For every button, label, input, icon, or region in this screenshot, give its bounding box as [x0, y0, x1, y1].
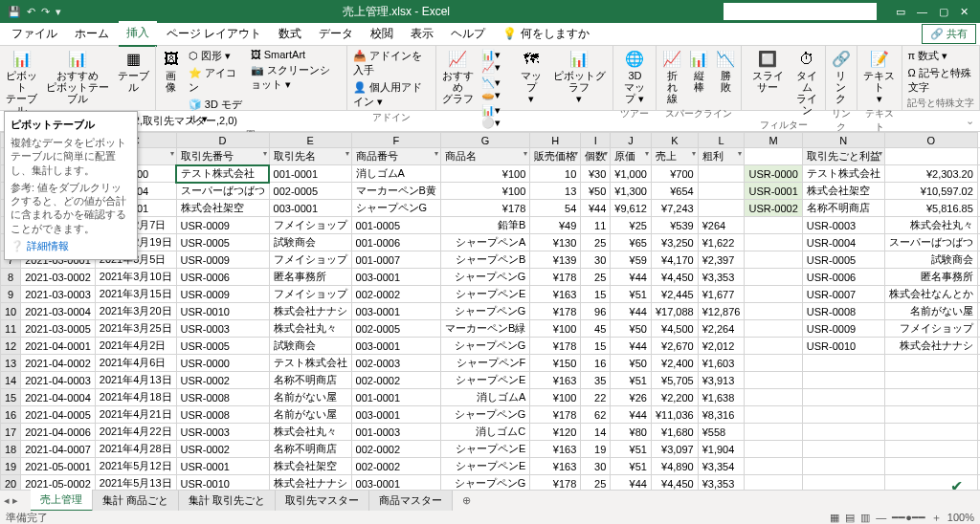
- cell[interactable]: [745, 355, 802, 372]
- cell[interactable]: 30: [581, 458, 611, 475]
- cell[interactable]: 名称不明商店: [269, 372, 351, 389]
- cell[interactable]: ¥25: [611, 217, 652, 234]
- cell[interactable]: 株式会社ナナシ: [269, 303, 351, 320]
- cell[interactable]: 001-0001: [351, 389, 440, 406]
- cell[interactable]: [884, 458, 977, 475]
- cell[interactable]: シャープペンG: [440, 406, 529, 424]
- cell[interactable]: [745, 286, 802, 303]
- cell[interactable]: [745, 217, 802, 234]
- cell[interactable]: ¥44: [611, 406, 652, 424]
- col-header-N[interactable]: N: [802, 133, 884, 148]
- cell[interactable]: [745, 269, 802, 286]
- cell[interactable]: ¥3,913: [698, 372, 745, 389]
- ribbon-stack[interactable]: 📥 アドインを入手: [351, 48, 432, 78]
- cell[interactable]: シャープペンE: [440, 286, 529, 303]
- cell[interactable]: [802, 355, 884, 372]
- cell[interactable]: ¥51: [611, 458, 652, 475]
- filter-header[interactable]: 取引先ごと利益: [802, 148, 884, 165]
- cell[interactable]: [884, 355, 977, 372]
- chart-type[interactable]: 📊▾ 📈▾: [479, 48, 514, 75]
- cell[interactable]: 96: [581, 303, 611, 320]
- cell[interactable]: ¥17,088: [651, 303, 698, 320]
- cell[interactable]: 15: [581, 338, 611, 355]
- cell[interactable]: [745, 389, 802, 406]
- cell[interactable]: 15: [581, 286, 611, 303]
- cell[interactable]: 25: [581, 269, 611, 286]
- col-header-H[interactable]: H: [530, 133, 581, 148]
- cell[interactable]: ¥4,890: [651, 458, 698, 475]
- cell[interactable]: [745, 320, 802, 338]
- cell[interactable]: 試験商会: [269, 234, 351, 251]
- cell[interactable]: USR-0010: [802, 338, 884, 355]
- cell[interactable]: 試験商会: [269, 338, 351, 355]
- cell[interactable]: 19: [581, 441, 611, 458]
- cell[interactable]: 2021-04-0004: [21, 389, 96, 406]
- cell[interactable]: ¥100: [530, 320, 581, 338]
- ribbon-stack[interactable]: ⬡ 図形 ▾: [187, 48, 245, 64]
- cell[interactable]: ¥30: [581, 165, 611, 183]
- sheet-tab-4[interactable]: 商品マスター: [369, 491, 453, 511]
- cell[interactable]: 2021-04-0001: [21, 338, 96, 355]
- cell[interactable]: 株式会社架空: [269, 458, 351, 475]
- cell[interactable]: 16: [581, 355, 611, 372]
- ribbon-stack[interactable]: Ω 記号と特殊文字: [906, 65, 975, 96]
- cell[interactable]: ¥178: [440, 200, 529, 217]
- row-header[interactable]: 19: [1, 458, 21, 475]
- menu-tab-5[interactable]: データ: [311, 22, 361, 46]
- cell[interactable]: USR-0009: [176, 286, 269, 303]
- cell[interactable]: 002-0002: [351, 286, 440, 303]
- cell[interactable]: 2021-03-0005: [21, 320, 96, 338]
- minimize-icon[interactable]: —: [917, 6, 927, 18]
- row-header[interactable]: 16: [1, 406, 21, 424]
- cell[interactable]: シャープペンG: [440, 303, 529, 320]
- col-header-F[interactable]: F: [351, 133, 440, 148]
- cell[interactable]: 株式会社丸々: [269, 424, 351, 441]
- cell[interactable]: 003-0001: [269, 200, 351, 217]
- cell[interactable]: ¥2,670: [651, 338, 698, 355]
- cell[interactable]: ¥8,316: [698, 406, 745, 424]
- search-input[interactable]: [724, 3, 877, 20]
- ribbon-btn-7-0[interactable]: 🔗リンク: [830, 48, 853, 106]
- cell[interactable]: ¥44: [581, 200, 611, 217]
- cell[interactable]: USR-0008: [176, 389, 269, 406]
- ribbon-btn-1-0[interactable]: 🖼画像: [160, 48, 183, 95]
- cell[interactable]: ¥26: [611, 389, 652, 406]
- cell[interactable]: 名前がない屋: [269, 406, 351, 424]
- cell[interactable]: ¥139: [530, 251, 581, 269]
- zoom-in-icon[interactable]: ＋: [931, 511, 942, 525]
- cell[interactable]: [802, 372, 884, 389]
- cell[interactable]: 10: [530, 165, 581, 183]
- cell[interactable]: 鉛筆B: [440, 217, 529, 234]
- cell[interactable]: 2021-04-0007: [21, 441, 96, 458]
- cell[interactable]: ¥4,450: [651, 269, 698, 286]
- cell[interactable]: [745, 424, 802, 441]
- ribbon-stack[interactable]: 🖼 SmartArt: [249, 48, 343, 61]
- ribbon-stack[interactable]: ⭐ アイコン: [187, 65, 245, 96]
- cell[interactable]: 35: [581, 372, 611, 389]
- cell[interactable]: 2021年4月2日: [95, 338, 176, 355]
- cell[interactable]: 001-0005: [351, 217, 440, 234]
- cell[interactable]: USR-0008: [176, 406, 269, 424]
- cell[interactable]: ¥44: [611, 269, 652, 286]
- cell[interactable]: ¥49: [530, 217, 581, 234]
- cell[interactable]: ¥59: [611, 251, 652, 269]
- share-button[interactable]: 🔗 共有: [922, 24, 976, 44]
- cell[interactable]: ¥3,097: [651, 441, 698, 458]
- col-header-D[interactable]: D: [176, 133, 269, 148]
- cell[interactable]: ¥178: [530, 303, 581, 320]
- cell[interactable]: USR-0003: [802, 217, 884, 234]
- cell[interactable]: テスト株式会社: [269, 355, 351, 372]
- cell[interactable]: ¥3,353: [698, 269, 745, 286]
- cell[interactable]: USR-0003: [176, 320, 269, 338]
- menu-tab-8[interactable]: ヘルプ: [443, 22, 493, 46]
- cell[interactable]: ¥51: [611, 372, 652, 389]
- cell[interactable]: スーパーばつばつ: [176, 183, 269, 200]
- ribbon-btn-8-0[interactable]: 📝テキスト▾: [861, 48, 898, 106]
- spreadsheet-grid[interactable]: CDEFGHIJKLMNO1月10日取引先番号取引先名商品番号商品名販売価格個数…: [0, 132, 980, 499]
- cell[interactable]: フメイショップ: [269, 286, 351, 303]
- cell[interactable]: シャープペンF: [440, 355, 529, 372]
- cell[interactable]: ¥3,354: [698, 458, 745, 475]
- cell[interactable]: ¥130: [530, 234, 581, 251]
- cell[interactable]: 名前がない屋: [269, 389, 351, 406]
- cell[interactable]: ¥51: [611, 286, 652, 303]
